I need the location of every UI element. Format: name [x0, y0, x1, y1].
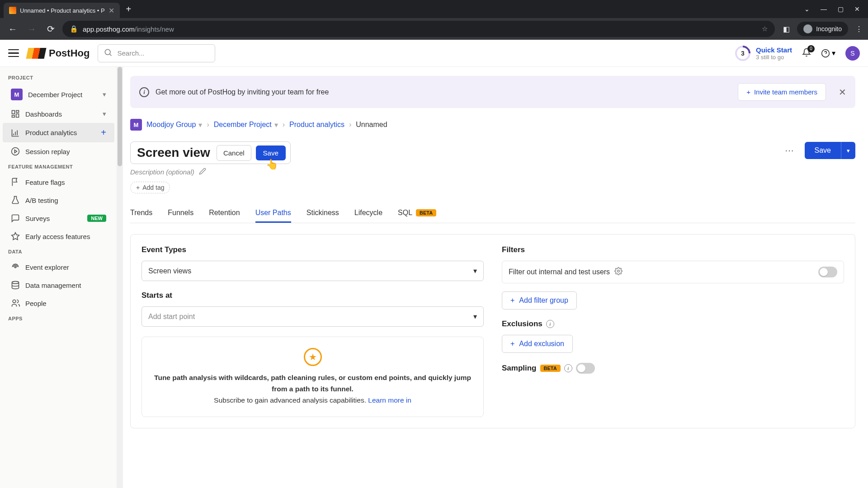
save-name-button[interactable]: Save [256, 145, 286, 160]
progress-ring-icon: 3 [732, 42, 754, 64]
sidebar-item-data-management[interactable]: Data management [3, 276, 114, 294]
plus-icon[interactable]: + [101, 127, 106, 138]
sidebar-heading-feature: FEATURE MANAGEMENT [0, 160, 117, 173]
info-icon[interactable]: i [546, 320, 554, 328]
breadcrumb-org[interactable]: Moodjoy Group [146, 121, 196, 129]
chevron-down-icon: ▾ [103, 110, 106, 118]
svg-rect-3 [16, 111, 19, 113]
sidebar-item-session-replay[interactable]: Session replay [3, 142, 114, 160]
add-tag-button[interactable]: + Add tag [130, 182, 170, 193]
sidebar-heading-data: DATA [0, 245, 117, 258]
breadcrumb-project[interactable]: December Project [214, 121, 272, 129]
sidebar-item-product-analytics[interactable]: Product analytics+ [3, 123, 114, 142]
tab-lifecycle[interactable]: Lifecycle [354, 204, 382, 223]
bookmark-star-icon[interactable]: ☆ [762, 25, 768, 33]
user-avatar[interactable]: S [845, 46, 860, 61]
dashboard-icon [11, 109, 20, 118]
plus-icon: + [746, 88, 750, 96]
sidebar-scrollbar[interactable] [117, 67, 123, 488]
quick-start-title: Quick Start [756, 46, 792, 54]
help-button[interactable]: ▾ [821, 49, 835, 58]
window-controls: ⌄ — ▢ ✕ [804, 5, 864, 13]
hamburger-menu-icon[interactable] [8, 48, 19, 59]
sidebar-project-selector[interactable]: M December Project ▾ [3, 84, 114, 105]
org-badge: M [130, 119, 142, 131]
search-input[interactable]: Search... [98, 44, 215, 62]
browser-tab[interactable]: Unnamed • Product analytics • P ✕ [4, 3, 120, 18]
tabs-chevron-icon[interactable]: ⌄ [804, 5, 810, 13]
sidebar-item-people[interactable]: People [3, 294, 114, 312]
chevron-down-icon: ▾ [473, 312, 477, 321]
insight-title-input[interactable]: Screen view [135, 144, 212, 162]
close-window-icon[interactable]: ✕ [854, 5, 860, 13]
sidebar-item-dashboards[interactable]: Dashboards▾ [3, 105, 114, 123]
plus-icon: + [510, 340, 514, 348]
close-tab-icon[interactable]: ✕ [108, 6, 114, 15]
lock-icon: 🔒 [70, 25, 78, 33]
tab-user-paths[interactable]: User Paths [255, 204, 291, 223]
beta-badge: BETA [540, 365, 561, 372]
chevron-down-icon[interactable]: ▾ [274, 121, 278, 129]
tab-title: Unnamed • Product analytics • P [20, 7, 105, 14]
favicon [9, 7, 16, 14]
sampling-label: Sampling BETA i [502, 363, 844, 374]
sampling-toggle[interactable] [576, 363, 595, 374]
app-topbar: PostHog Search... 3 Quick Start 3 still … [0, 40, 868, 67]
search-icon [104, 48, 113, 58]
sidebar-item-event-explorer[interactable]: Event explorer [3, 258, 114, 276]
invite-team-button[interactable]: + Invite team members [738, 83, 826, 101]
plus-icon: + [510, 296, 514, 305]
breadcrumb-section[interactable]: Product analytics [289, 121, 344, 129]
minimize-icon[interactable]: — [821, 5, 827, 13]
upgrade-promo: ★ Tune path analysis with wildcards, pat… [142, 337, 484, 417]
reading-list-icon[interactable]: ◧ [783, 25, 790, 33]
quick-start-widget[interactable]: 3 Quick Start 3 still to go [735, 46, 792, 61]
description-field[interactable]: Description (optional) [130, 168, 855, 176]
maximize-icon[interactable]: ▢ [838, 5, 844, 13]
breadcrumb: M Moodjoy Group ▾ › December Project ▾ ›… [130, 119, 855, 131]
back-button[interactable]: ← [5, 22, 20, 36]
chevron-down-icon[interactable]: ▾ [198, 121, 202, 129]
chevron-right-icon: › [349, 121, 351, 129]
sidebar-item-surveys[interactable]: SurveysNEW [3, 209, 114, 227]
sidebar-item-early-access-features[interactable]: Early access features [3, 227, 114, 245]
svg-rect-5 [12, 115, 15, 117]
tab-sql[interactable]: SQLBETA [398, 204, 436, 223]
internal-users-toggle[interactable] [818, 267, 837, 277]
sidebar-item-feature-flags[interactable]: Feature flags [3, 173, 114, 191]
cancel-name-button[interactable]: Cancel [217, 145, 251, 161]
tab-funnels[interactable]: Funnels [168, 204, 193, 223]
more-options-button[interactable]: ⋯ [779, 141, 800, 160]
learn-more-link[interactable]: Learn more in [368, 396, 411, 404]
new-tab-button[interactable]: + [120, 4, 138, 14]
add-exclusion-button[interactable]: + Add exclusion [502, 335, 573, 353]
save-button[interactable]: Save [805, 142, 841, 159]
sidebar-item-a-b-testing[interactable]: A/B testing [3, 191, 114, 209]
svg-rect-4 [16, 114, 19, 117]
svg-point-7 [14, 266, 16, 267]
browser-menu-icon[interactable]: ⋮ [855, 25, 863, 33]
add-filter-group-button[interactable]: + Add filter group [502, 291, 577, 310]
starts-at-select[interactable]: Add start point ▾ [142, 306, 484, 327]
project-badge: M [11, 89, 23, 100]
tab-trends[interactable]: Trends [130, 204, 152, 223]
svg-point-8 [12, 282, 19, 284]
gear-icon[interactable] [614, 267, 623, 277]
event-types-label: Event Types [142, 245, 484, 254]
svg-point-6 [12, 148, 19, 155]
close-banner-icon[interactable]: ✕ [839, 87, 846, 98]
incognito-badge[interactable]: Incognito [797, 22, 848, 36]
tab-retention[interactable]: Retention [209, 204, 240, 223]
chat-icon [11, 214, 20, 223]
notifications-button[interactable]: 0 [802, 48, 811, 59]
event-types-select[interactable]: Screen views ▾ [142, 261, 484, 281]
star-icon [11, 232, 20, 241]
posthog-logo[interactable]: PostHog [27, 47, 90, 59]
logo-mark-icon [26, 48, 46, 59]
reload-button[interactable]: ⟳ [43, 22, 58, 36]
save-dropdown-button[interactable]: ▾ [841, 142, 855, 159]
tab-stickiness[interactable]: Stickiness [307, 204, 339, 223]
svg-point-0 [105, 49, 111, 55]
info-icon[interactable]: i [564, 364, 572, 372]
address-bar[interactable]: 🔒 app.posthog.com/insights/new ☆ [62, 21, 775, 37]
